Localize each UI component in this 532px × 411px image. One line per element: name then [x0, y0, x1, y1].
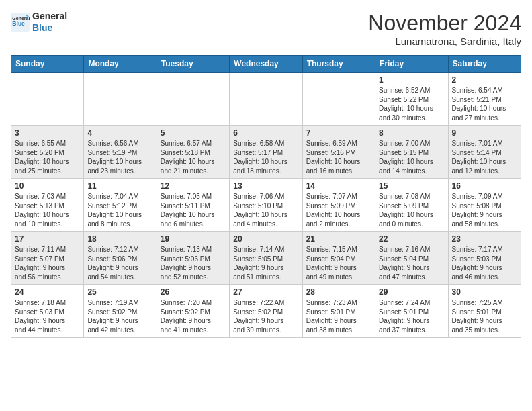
day-info: and 8 minutes.	[87, 220, 152, 229]
day-info: and 4 minutes.	[233, 220, 298, 229]
day-info: Daylight: 10 hours	[379, 157, 444, 167]
day-info: Sunset: 5:14 PM	[452, 148, 517, 158]
calendar-week-5: 24Sunrise: 7:18 AMSunset: 5:03 PMDayligh…	[11, 285, 521, 338]
day-number: 13	[233, 181, 298, 191]
calendar-body: 1Sunrise: 6:52 AMSunset: 5:22 PMDaylight…	[11, 73, 521, 338]
day-info: Daylight: 10 hours	[87, 210, 152, 220]
day-info: Sunrise: 7:25 AM	[452, 298, 517, 308]
day-info: Sunrise: 7:11 AM	[15, 245, 80, 255]
calendar-cell: 13Sunrise: 7:06 AMSunset: 5:10 PMDayligh…	[230, 179, 302, 232]
calendar-cell: 8Sunrise: 7:00 AMSunset: 5:15 PMDaylight…	[375, 126, 448, 179]
day-info: Daylight: 10 hours	[379, 104, 444, 113]
day-number: 8	[379, 128, 444, 138]
day-info: Sunset: 5:09 PM	[379, 201, 444, 211]
calendar-cell: 10Sunrise: 7:03 AMSunset: 5:13 PMDayligh…	[11, 179, 84, 232]
day-info: Daylight: 10 hours	[15, 157, 80, 167]
day-number: 21	[306, 234, 371, 244]
day-info: Sunset: 5:01 PM	[306, 308, 371, 317]
day-info: Daylight: 10 hours	[161, 157, 226, 167]
day-info: and 25 minutes.	[15, 167, 80, 176]
day-info: Daylight: 9 hours	[306, 263, 371, 273]
day-info: Sunset: 5:08 PM	[452, 201, 517, 211]
day-info: Sunset: 5:04 PM	[306, 255, 371, 264]
calendar-cell: 3Sunrise: 6:55 AMSunset: 5:20 PMDaylight…	[11, 126, 84, 179]
day-info: Sunset: 5:21 PM	[452, 95, 517, 105]
day-info: Sunrise: 7:04 AM	[87, 192, 152, 201]
calendar-cell: 4Sunrise: 6:56 AMSunset: 5:19 PMDaylight…	[84, 126, 157, 179]
day-info: Sunset: 5:05 PM	[233, 255, 298, 264]
day-info: Sunset: 5:07 PM	[15, 255, 80, 264]
day-info: Daylight: 9 hours	[452, 263, 517, 273]
logo: General Blue General Blue	[11, 11, 67, 34]
calendar-cell: 27Sunrise: 7:22 AMSunset: 5:02 PMDayligh…	[230, 285, 302, 338]
calendar-cell	[84, 73, 157, 126]
day-info: Sunrise: 7:00 AM	[379, 139, 444, 148]
day-info: Sunrise: 6:55 AM	[15, 139, 80, 148]
day-info: Daylight: 9 hours	[379, 263, 444, 273]
day-info: Daylight: 9 hours	[379, 316, 444, 326]
day-info: and 6 minutes.	[161, 220, 226, 229]
day-info: Sunset: 5:06 PM	[87, 255, 152, 264]
day-info: and 14 minutes.	[379, 167, 444, 176]
calendar-cell: 23Sunrise: 7:17 AMSunset: 5:03 PMDayligh…	[448, 232, 521, 285]
day-info: Sunset: 5:15 PM	[379, 148, 444, 158]
day-info: Sunrise: 7:05 AM	[161, 192, 226, 201]
calendar-cell: 9Sunrise: 7:01 AMSunset: 5:14 PMDaylight…	[448, 126, 521, 179]
day-info: Sunset: 5:20 PM	[15, 148, 80, 158]
day-info: Sunrise: 7:19 AM	[87, 298, 152, 308]
day-info: Sunrise: 7:23 AM	[306, 298, 371, 308]
day-info: and 18 minutes.	[233, 167, 298, 176]
day-number: 12	[161, 181, 226, 191]
day-info: Daylight: 10 hours	[87, 157, 152, 167]
day-number: 17	[15, 234, 80, 244]
calendar-cell: 18Sunrise: 7:12 AMSunset: 5:06 PMDayligh…	[84, 232, 157, 285]
calendar-week-1: 1Sunrise: 6:52 AMSunset: 5:22 PMDaylight…	[11, 73, 521, 126]
logo-icon: General Blue	[11, 13, 30, 32]
day-info: Daylight: 9 hours	[233, 263, 298, 273]
calendar-cell: 12Sunrise: 7:05 AMSunset: 5:11 PMDayligh…	[157, 179, 229, 232]
day-info: Sunset: 5:03 PM	[452, 255, 517, 264]
logo-text: General Blue	[32, 11, 67, 34]
day-info: Sunrise: 7:12 AM	[87, 245, 152, 255]
calendar-cell: 14Sunrise: 7:07 AMSunset: 5:09 PMDayligh…	[302, 179, 375, 232]
day-number: 16	[452, 181, 517, 191]
month-title: November 2024	[368, 11, 521, 36]
calendar-cell	[302, 73, 375, 126]
day-info: and 38 minutes.	[306, 326, 371, 335]
day-info: Sunrise: 7:22 AM	[233, 298, 298, 308]
day-info: Sunrise: 7:20 AM	[161, 298, 226, 308]
day-info: Daylight: 9 hours	[15, 263, 80, 273]
day-number: 6	[233, 128, 298, 138]
day-info: Sunrise: 7:14 AM	[233, 245, 298, 255]
day-number: 18	[87, 234, 152, 244]
day-info: and 44 minutes.	[15, 326, 80, 335]
day-info: Sunset: 5:19 PM	[87, 148, 152, 158]
day-info: and 0 minutes.	[379, 220, 444, 229]
day-info: Sunrise: 6:59 AM	[306, 139, 371, 148]
day-info: and 56 minutes.	[15, 273, 80, 282]
day-info: Sunset: 5:16 PM	[306, 148, 371, 158]
weekday-header-thursday: Thursday	[302, 56, 375, 73]
day-number: 7	[306, 128, 371, 138]
day-info: and 52 minutes.	[161, 273, 226, 282]
day-info: and 37 minutes.	[379, 326, 444, 335]
weekday-header-tuesday: Tuesday	[157, 56, 229, 73]
day-info: Sunrise: 6:58 AM	[233, 139, 298, 148]
day-info: and 12 minutes.	[452, 167, 517, 176]
day-number: 5	[161, 128, 226, 138]
svg-text:Blue: Blue	[12, 20, 25, 27]
day-number: 22	[379, 234, 444, 244]
calendar-cell: 5Sunrise: 6:57 AMSunset: 5:18 PMDaylight…	[157, 126, 229, 179]
day-number: 30	[452, 287, 517, 297]
day-number: 15	[379, 181, 444, 191]
day-info: Sunset: 5:01 PM	[452, 308, 517, 317]
calendar-cell: 30Sunrise: 7:25 AMSunset: 5:01 PMDayligh…	[448, 285, 521, 338]
day-number: 2	[452, 75, 517, 85]
day-info: Daylight: 10 hours	[379, 210, 444, 220]
day-info: Sunrise: 6:57 AM	[161, 139, 226, 148]
day-info: and 2 minutes.	[306, 220, 371, 229]
day-info: Daylight: 10 hours	[15, 210, 80, 220]
day-info: and 16 minutes.	[306, 167, 371, 176]
day-info: Daylight: 10 hours	[306, 210, 371, 220]
day-info: Sunrise: 7:06 AM	[233, 192, 298, 201]
